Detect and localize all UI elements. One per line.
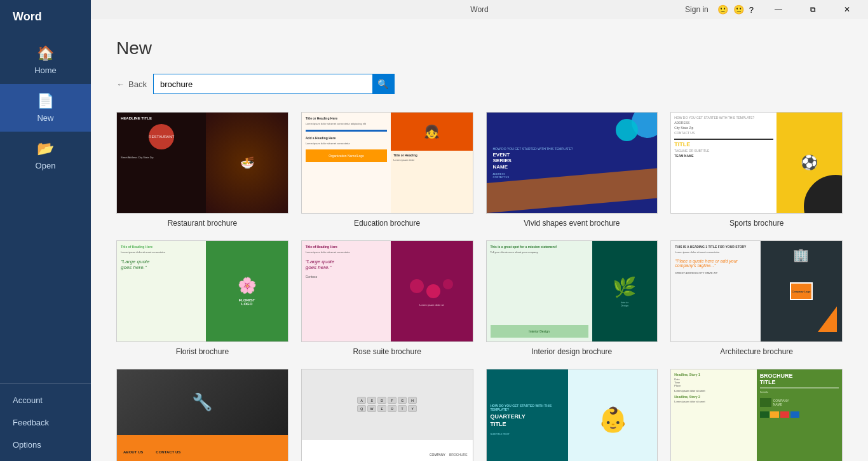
template-item-sports[interactable]: HOW DO YOU GET STARTED WITH THIS TEMPLAT… <box>670 112 843 228</box>
template-label-florist: Florist brochure <box>176 347 229 356</box>
help-icon[interactable]: ? <box>749 5 754 15</box>
new-icon: 📄 <box>37 93 54 109</box>
sidebar-item-account[interactable]: Account <box>0 389 91 411</box>
open-icon: 📂 <box>37 141 54 157</box>
sidebar-item-feedback[interactable]: Feedback <box>0 411 91 434</box>
template-item-interior[interactable]: This is a great spot for a mission state… <box>486 240 658 356</box>
template-thumb-education: Title or Heading Here Lorem ipsum dolor … <box>301 112 473 214</box>
template-grid: HEADLINE TITLE RESTAURANT Street Address… <box>116 112 843 461</box>
template-item-vivid[interactable]: HOW DO YOU GET STARTED WITH THIS TEMPLAT… <box>486 112 658 228</box>
template-label-vivid: Vivid shapes event brochure <box>524 219 620 228</box>
minimize-button[interactable]: — <box>764 0 793 19</box>
search-icon: 🔍 <box>377 79 388 89</box>
sidebar-item-home[interactable]: 🏠 Home <box>0 36 91 84</box>
sidebar-item-options[interactable]: Options <box>0 434 91 456</box>
template-label-architecture: Architecture brochure <box>720 347 793 356</box>
content-area[interactable]: New ← Back 🔍 HEADLINE TITLE <box>91 19 868 461</box>
search-button[interactable]: 🔍 <box>372 74 394 93</box>
template-item-tools[interactable]: 🔧 ABOUT US CONTACT US Tools brochure <box>116 369 288 461</box>
back-label: Back <box>128 79 147 89</box>
template-thumb-sports: HOW DO YOU GET STARTED WITH THIS TEMPLAT… <box>670 112 843 214</box>
sidebar-item-open[interactable]: 📂 Open <box>0 132 91 179</box>
template-thumb-vivid: HOW DO YOU GET STARTED WITH THIS TEMPLAT… <box>486 112 658 214</box>
template-thumb-tools: 🔧 ABOUT US CONTACT US <box>116 369 288 461</box>
template-label-interior: Interior design brochure <box>532 347 613 356</box>
template-label-sports: Sports brochure <box>729 219 783 228</box>
template-item-rose[interactable]: Title of Heading Here Lorem ipsum dolor … <box>301 240 473 356</box>
template-thumb-newsletter: Headline, Story 1 DateTimePlace Lorem ip… <box>670 369 843 461</box>
template-item-restaurant[interactable]: HEADLINE TITLE RESTAURANT Street Address… <box>116 112 288 228</box>
main-content: New ← Back 🔍 HEADLINE TITLE <box>91 19 868 461</box>
template-item-keyboard[interactable]: A S D F G H Q W E R T Y <box>301 369 473 461</box>
sidebar-open-label: Open <box>36 161 56 170</box>
template-item-education[interactable]: Title or Heading Here Lorem ipsum dolor … <box>301 112 473 228</box>
titlebar: Word Sign in 🙂 🙁 ? — ⧉ ✕ <box>91 0 868 19</box>
search-input[interactable] <box>154 76 372 93</box>
app-name: Word <box>0 0 91 36</box>
close-button[interactable]: ✕ <box>832 0 862 19</box>
smiley-icon[interactable]: 🙂 <box>717 4 728 15</box>
template-item-baby[interactable]: HOW DO YOU GET STARTED WITH THIS TEMPLAT… <box>486 369 658 461</box>
template-label-restaurant: Restaurant brochure <box>168 219 237 228</box>
template-thumb-keyboard: A S D F G H Q W E R T Y <box>301 369 473 461</box>
sidebar-home-label: Home <box>34 65 57 75</box>
template-thumb-baby: HOW DO YOU GET STARTED WITH THIS TEMPLAT… <box>486 369 658 461</box>
titlebar-app-name: Word <box>470 5 488 14</box>
sidebar-new-label: New <box>37 113 53 123</box>
template-thumb-rose: Title of Heading Here Lorem ipsum dolor … <box>301 240 473 342</box>
sidebar-nav: 🏠 Home 📄 New 📂 Open <box>0 36 91 383</box>
template-thumb-florist: Title of Heading Here Lorem ipsum dolor … <box>116 240 288 342</box>
search-row: ← Back 🔍 <box>116 74 843 94</box>
template-item-florist[interactable]: Title of Heading Here Lorem ipsum dolor … <box>116 240 288 356</box>
restore-button[interactable]: ⧉ <box>798 0 827 19</box>
sidebar-item-new[interactable]: 📄 New <box>0 84 91 132</box>
titlebar-controls: Sign in 🙂 🙁 ? — ⧉ ✕ <box>685 0 862 19</box>
template-label-education: Education brochure <box>354 219 420 228</box>
search-box: 🔍 <box>153 74 395 94</box>
template-item-architecture[interactable]: THIS IS A HEADING 1 TITLE FOR YOUR STORY… <box>670 240 843 356</box>
sad-icon[interactable]: 🙁 <box>733 4 744 15</box>
template-item-newsletter[interactable]: Headline, Story 1 DateTimePlace Lorem ip… <box>670 369 843 461</box>
back-button[interactable]: ← Back <box>116 79 147 89</box>
template-thumb-restaurant: HEADLINE TITLE RESTAURANT Street Address… <box>116 112 288 214</box>
sign-in-button[interactable]: Sign in <box>685 5 709 14</box>
back-arrow-icon: ← <box>116 79 125 89</box>
sidebar: Word 🏠 Home 📄 New 📂 Open Account Feedbac… <box>0 0 91 461</box>
page-title: New <box>116 38 843 58</box>
sidebar-bottom: Account Feedback Options <box>0 383 91 461</box>
template-thumb-interior: This is a great spot for a mission state… <box>486 240 658 342</box>
template-thumb-architecture: THIS IS A HEADING 1 TITLE FOR YOUR STORY… <box>670 240 843 342</box>
home-icon: 🏠 <box>37 45 54 62</box>
template-label-rose: Rose suite brochure <box>353 347 421 356</box>
